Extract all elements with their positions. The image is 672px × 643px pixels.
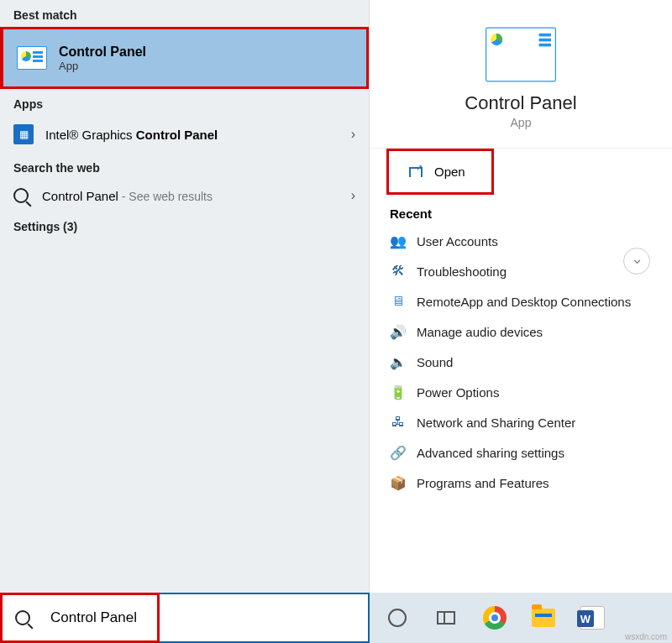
search-icon	[13, 188, 29, 203]
search-input[interactable]	[44, 603, 368, 633]
battery-icon: 🔋	[390, 384, 407, 400]
control-panel-icon	[486, 28, 556, 82]
file-explorer-icon	[532, 609, 555, 627]
recent-item-user-accounts[interactable]: 👥User Accounts	[390, 226, 652, 256]
open-label: Open	[434, 165, 465, 179]
best-match-title: Control Panel	[59, 44, 146, 60]
recent-item-power-options[interactable]: 🔋Power Options	[390, 377, 652, 407]
network-icon: 🖧	[390, 414, 407, 431]
recent-heading: Recent	[370, 195, 672, 226]
web-result-label: Control Panel - See web results	[42, 189, 351, 203]
recent-item-troubleshooting[interactable]: 🛠Troubleshooting	[390, 256, 652, 286]
control-panel-icon	[17, 46, 47, 70]
search-web-result[interactable]: Control Panel - See web results ›	[0, 180, 369, 212]
user-accounts-icon: 👥	[390, 233, 407, 249]
best-match-heading: Best match	[0, 0, 369, 27]
apps-result-intel-graphics[interactable]: ▦ Intel® Graphics Control Panel ›	[0, 116, 369, 153]
settings-heading[interactable]: Settings (3)	[0, 212, 369, 238]
chrome-icon	[483, 606, 507, 630]
sharing-icon: 🔗	[390, 444, 407, 461]
apps-heading: Apps	[0, 89, 369, 116]
recent-item-remoteapp[interactable]: 🖥RemoteApp and Desktop Connections	[390, 286, 652, 316]
open-action[interactable]: Open	[386, 149, 494, 195]
best-match-result[interactable]: Control Panel App	[0, 27, 369, 89]
detail-pane: Control Panel App Open Recent 👥User Acco…	[370, 0, 672, 593]
taskbar-app-explorer[interactable]	[526, 600, 561, 635]
sound-icon: 🔈	[390, 353, 407, 370]
open-icon	[409, 167, 423, 177]
programs-icon: 📦	[390, 474, 407, 491]
recent-item-network-sharing[interactable]: 🖧Network and Sharing Center	[390, 407, 652, 437]
watermark: wsxdn.com	[625, 632, 667, 641]
task-view-icon	[437, 611, 455, 625]
search-results-pane: Best match Control Panel App Apps ▦ Inte…	[0, 0, 370, 593]
word-icon	[580, 606, 605, 630]
recent-item-advanced-sharing[interactable]: 🔗Advanced sharing settings	[390, 437, 652, 468]
cortana-button[interactable]	[380, 600, 415, 635]
intel-graphics-icon: ▦	[13, 124, 34, 144]
recent-item-sound[interactable]: 🔈Sound	[390, 347, 652, 377]
chevron-right-icon: ›	[351, 188, 355, 203]
taskbar-app-word[interactable]	[575, 600, 610, 635]
remote-desktop-icon: 🖥	[390, 293, 407, 310]
search-bar[interactable]	[0, 593, 370, 643]
web-heading: Search the web	[0, 153, 369, 180]
troubleshooting-icon: 🛠	[390, 263, 407, 280]
detail-title: Control Panel	[465, 92, 576, 114]
best-match-subtitle: App	[59, 60, 146, 72]
recent-item-programs-features[interactable]: 📦Programs and Features	[390, 468, 652, 498]
speaker-icon: 🔊	[390, 323, 407, 340]
cortana-icon	[388, 609, 407, 627]
detail-subtitle: App	[511, 116, 532, 129]
task-view-button[interactable]	[428, 600, 464, 635]
search-icon	[15, 610, 30, 625]
chevron-right-icon: ›	[351, 127, 355, 142]
taskbar-app-chrome[interactable]	[477, 600, 512, 635]
recent-item-audio-devices[interactable]: 🔊Manage audio devices	[390, 316, 652, 347]
detail-hero: Control Panel App	[370, 0, 672, 149]
expand-button[interactable]	[623, 248, 650, 274]
apps-result-label: Intel® Graphics Control Panel	[45, 128, 351, 142]
